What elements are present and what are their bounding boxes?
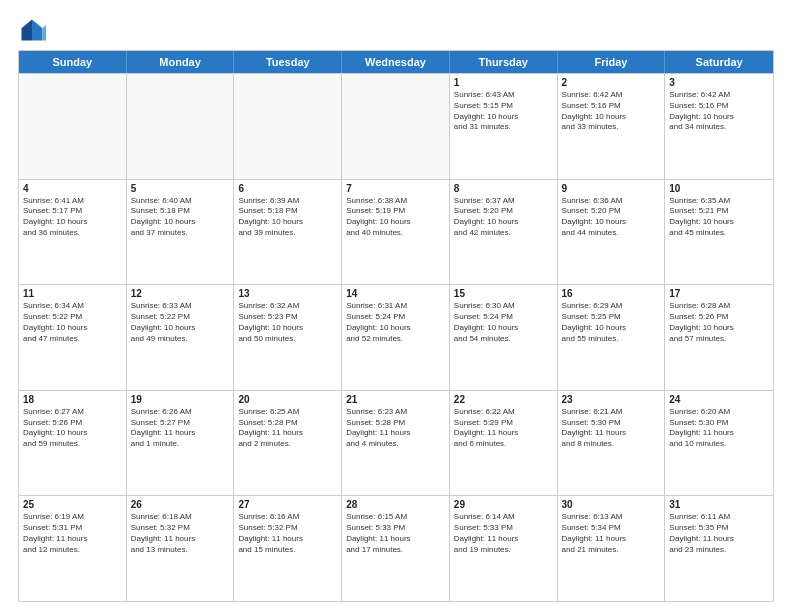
calendar-cell: 18Sunrise: 6:27 AM Sunset: 5:26 PM Dayli… <box>19 391 127 496</box>
calendar-week-2: 4Sunrise: 6:41 AM Sunset: 5:17 PM Daylig… <box>19 179 773 285</box>
calendar-cell: 4Sunrise: 6:41 AM Sunset: 5:17 PM Daylig… <box>19 180 127 285</box>
calendar-header-sunday: Sunday <box>19 51 127 73</box>
calendar-cell: 22Sunrise: 6:22 AM Sunset: 5:29 PM Dayli… <box>450 391 558 496</box>
day-number: 29 <box>454 499 553 510</box>
calendar-cell: 24Sunrise: 6:20 AM Sunset: 5:30 PM Dayli… <box>665 391 773 496</box>
day-number: 26 <box>131 499 230 510</box>
cell-text: Sunrise: 6:21 AM Sunset: 5:30 PM Dayligh… <box>562 407 661 450</box>
cell-text: Sunrise: 6:11 AM Sunset: 5:35 PM Dayligh… <box>669 512 769 555</box>
cell-text: Sunrise: 6:42 AM Sunset: 5:16 PM Dayligh… <box>669 90 769 133</box>
calendar-cell: 15Sunrise: 6:30 AM Sunset: 5:24 PM Dayli… <box>450 285 558 390</box>
calendar-header-tuesday: Tuesday <box>234 51 342 73</box>
calendar-header-thursday: Thursday <box>450 51 558 73</box>
calendar-header-monday: Monday <box>127 51 235 73</box>
day-number: 21 <box>346 394 445 405</box>
day-number: 17 <box>669 288 769 299</box>
cell-text: Sunrise: 6:38 AM Sunset: 5:19 PM Dayligh… <box>346 196 445 239</box>
day-number: 25 <box>23 499 122 510</box>
day-number: 3 <box>669 77 769 88</box>
calendar-cell: 9Sunrise: 6:36 AM Sunset: 5:20 PM Daylig… <box>558 180 666 285</box>
cell-text: Sunrise: 6:14 AM Sunset: 5:33 PM Dayligh… <box>454 512 553 555</box>
day-number: 15 <box>454 288 553 299</box>
calendar-week-3: 11Sunrise: 6:34 AM Sunset: 5:22 PM Dayli… <box>19 284 773 390</box>
logo-icon <box>18 16 46 44</box>
cell-text: Sunrise: 6:43 AM Sunset: 5:15 PM Dayligh… <box>454 90 553 133</box>
calendar-cell: 1Sunrise: 6:43 AM Sunset: 5:15 PM Daylig… <box>450 74 558 179</box>
day-number: 18 <box>23 394 122 405</box>
calendar-cell: 5Sunrise: 6:40 AM Sunset: 5:18 PM Daylig… <box>127 180 235 285</box>
calendar-cell <box>19 74 127 179</box>
calendar-header-wednesday: Wednesday <box>342 51 450 73</box>
day-number: 19 <box>131 394 230 405</box>
day-number: 16 <box>562 288 661 299</box>
cell-text: Sunrise: 6:36 AM Sunset: 5:20 PM Dayligh… <box>562 196 661 239</box>
calendar-cell: 2Sunrise: 6:42 AM Sunset: 5:16 PM Daylig… <box>558 74 666 179</box>
cell-text: Sunrise: 6:22 AM Sunset: 5:29 PM Dayligh… <box>454 407 553 450</box>
header <box>18 16 774 44</box>
calendar-body: 1Sunrise: 6:43 AM Sunset: 5:15 PM Daylig… <box>19 73 773 601</box>
day-number: 24 <box>669 394 769 405</box>
calendar-cell: 3Sunrise: 6:42 AM Sunset: 5:16 PM Daylig… <box>665 74 773 179</box>
day-number: 8 <box>454 183 553 194</box>
cell-text: Sunrise: 6:34 AM Sunset: 5:22 PM Dayligh… <box>23 301 122 344</box>
svg-marker-0 <box>32 20 43 41</box>
calendar-cell: 14Sunrise: 6:31 AM Sunset: 5:24 PM Dayli… <box>342 285 450 390</box>
day-number: 9 <box>562 183 661 194</box>
day-number: 13 <box>238 288 337 299</box>
calendar-cell: 27Sunrise: 6:16 AM Sunset: 5:32 PM Dayli… <box>234 496 342 601</box>
calendar-week-4: 18Sunrise: 6:27 AM Sunset: 5:26 PM Dayli… <box>19 390 773 496</box>
calendar-cell: 28Sunrise: 6:15 AM Sunset: 5:33 PM Dayli… <box>342 496 450 601</box>
calendar-cell: 17Sunrise: 6:28 AM Sunset: 5:26 PM Dayli… <box>665 285 773 390</box>
calendar-cell: 31Sunrise: 6:11 AM Sunset: 5:35 PM Dayli… <box>665 496 773 601</box>
cell-text: Sunrise: 6:26 AM Sunset: 5:27 PM Dayligh… <box>131 407 230 450</box>
svg-marker-1 <box>22 20 33 41</box>
calendar-header-row: SundayMondayTuesdayWednesdayThursdayFrid… <box>19 51 773 73</box>
calendar-cell: 13Sunrise: 6:32 AM Sunset: 5:23 PM Dayli… <box>234 285 342 390</box>
day-number: 4 <box>23 183 122 194</box>
logo <box>18 16 50 44</box>
calendar-header-saturday: Saturday <box>665 51 773 73</box>
calendar-cell: 19Sunrise: 6:26 AM Sunset: 5:27 PM Dayli… <box>127 391 235 496</box>
day-number: 30 <box>562 499 661 510</box>
cell-text: Sunrise: 6:39 AM Sunset: 5:18 PM Dayligh… <box>238 196 337 239</box>
day-number: 10 <box>669 183 769 194</box>
cell-text: Sunrise: 6:13 AM Sunset: 5:34 PM Dayligh… <box>562 512 661 555</box>
calendar-week-1: 1Sunrise: 6:43 AM Sunset: 5:15 PM Daylig… <box>19 73 773 179</box>
cell-text: Sunrise: 6:18 AM Sunset: 5:32 PM Dayligh… <box>131 512 230 555</box>
calendar-header-friday: Friday <box>558 51 666 73</box>
cell-text: Sunrise: 6:27 AM Sunset: 5:26 PM Dayligh… <box>23 407 122 450</box>
cell-text: Sunrise: 6:30 AM Sunset: 5:24 PM Dayligh… <box>454 301 553 344</box>
calendar-cell: 7Sunrise: 6:38 AM Sunset: 5:19 PM Daylig… <box>342 180 450 285</box>
calendar-cell: 20Sunrise: 6:25 AM Sunset: 5:28 PM Dayli… <box>234 391 342 496</box>
day-number: 12 <box>131 288 230 299</box>
cell-text: Sunrise: 6:37 AM Sunset: 5:20 PM Dayligh… <box>454 196 553 239</box>
calendar-cell: 25Sunrise: 6:19 AM Sunset: 5:31 PM Dayli… <box>19 496 127 601</box>
cell-text: Sunrise: 6:33 AM Sunset: 5:22 PM Dayligh… <box>131 301 230 344</box>
day-number: 23 <box>562 394 661 405</box>
day-number: 7 <box>346 183 445 194</box>
calendar-cell: 12Sunrise: 6:33 AM Sunset: 5:22 PM Dayli… <box>127 285 235 390</box>
calendar-cell: 16Sunrise: 6:29 AM Sunset: 5:25 PM Dayli… <box>558 285 666 390</box>
calendar-cell <box>342 74 450 179</box>
day-number: 2 <box>562 77 661 88</box>
cell-text: Sunrise: 6:41 AM Sunset: 5:17 PM Dayligh… <box>23 196 122 239</box>
cell-text: Sunrise: 6:32 AM Sunset: 5:23 PM Dayligh… <box>238 301 337 344</box>
calendar-cell: 30Sunrise: 6:13 AM Sunset: 5:34 PM Dayli… <box>558 496 666 601</box>
cell-text: Sunrise: 6:16 AM Sunset: 5:32 PM Dayligh… <box>238 512 337 555</box>
calendar-cell: 26Sunrise: 6:18 AM Sunset: 5:32 PM Dayli… <box>127 496 235 601</box>
day-number: 14 <box>346 288 445 299</box>
day-number: 31 <box>669 499 769 510</box>
calendar-cell: 6Sunrise: 6:39 AM Sunset: 5:18 PM Daylig… <box>234 180 342 285</box>
day-number: 22 <box>454 394 553 405</box>
day-number: 5 <box>131 183 230 194</box>
calendar: SundayMondayTuesdayWednesdayThursdayFrid… <box>18 50 774 602</box>
cell-text: Sunrise: 6:25 AM Sunset: 5:28 PM Dayligh… <box>238 407 337 450</box>
cell-text: Sunrise: 6:40 AM Sunset: 5:18 PM Dayligh… <box>131 196 230 239</box>
cell-text: Sunrise: 6:20 AM Sunset: 5:30 PM Dayligh… <box>669 407 769 450</box>
page: SundayMondayTuesdayWednesdayThursdayFrid… <box>0 0 792 612</box>
calendar-cell <box>234 74 342 179</box>
cell-text: Sunrise: 6:15 AM Sunset: 5:33 PM Dayligh… <box>346 512 445 555</box>
day-number: 6 <box>238 183 337 194</box>
day-number: 27 <box>238 499 337 510</box>
calendar-cell: 21Sunrise: 6:23 AM Sunset: 5:28 PM Dayli… <box>342 391 450 496</box>
